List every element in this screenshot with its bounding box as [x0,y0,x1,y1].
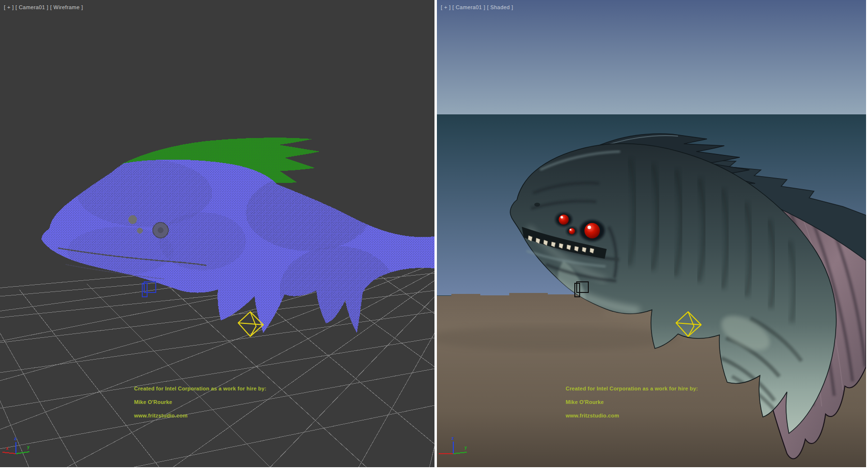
eye-mid-red [559,215,569,225]
attribution-line1: Created for Intel Corporation as a work … [566,386,698,391]
viewport-wireframe[interactable]: [ + ] [ Camera01 ] [ Wireframe ] [0,0,434,467]
attribution-line2: Mike O'Rourke [566,399,604,405]
viewport-label-shaded[interactable]: [ + ] [ Camera01 ] [ Shaded ] [441,4,513,10]
wireframe-eye-pupil [158,227,163,233]
attribution-line1: Created for Intel Corporation as a work … [134,386,266,391]
attribution-text: Created for Intel Corporation as a work … [134,385,266,419]
viewport-label-wireframe[interactable]: [ + ] [ Camera01 ] [ Wireframe ] [4,4,83,10]
axis-y-label: y [27,444,30,449]
attribution-line3: www.fritzstudio.com [134,413,188,418]
wireframe-eye-small [128,215,137,224]
eye-small-red [569,228,575,235]
axis-x-label: x [6,446,9,451]
eye-large-specular [587,225,591,229]
axis-z-label: z [451,436,454,441]
eye-large-red [584,223,600,238]
attribution-line2: Mike O'Rourke [134,399,172,405]
nostril [534,203,540,207]
max-dual-viewport-canvas: [ + ] [ Camera01 ] [ Wireframe ] [0,0,868,472]
axis-y-label: y [464,445,467,450]
eye-mid-specular [560,216,563,218]
eye-small-specular [570,229,571,231]
sky [437,0,866,114]
attribution-line3: www.fritzstudio.com [566,413,619,418]
wireframe-eye-tiny [137,228,143,234]
axis-z-label: z [14,436,16,441]
ground-shade-streak [437,325,678,350]
attribution-text: Created for Intel Corporation as a work … [566,385,698,419]
viewport-shaded[interactable]: [ + ] [ Camera01 ] [ Shaded ] [437,0,866,467]
